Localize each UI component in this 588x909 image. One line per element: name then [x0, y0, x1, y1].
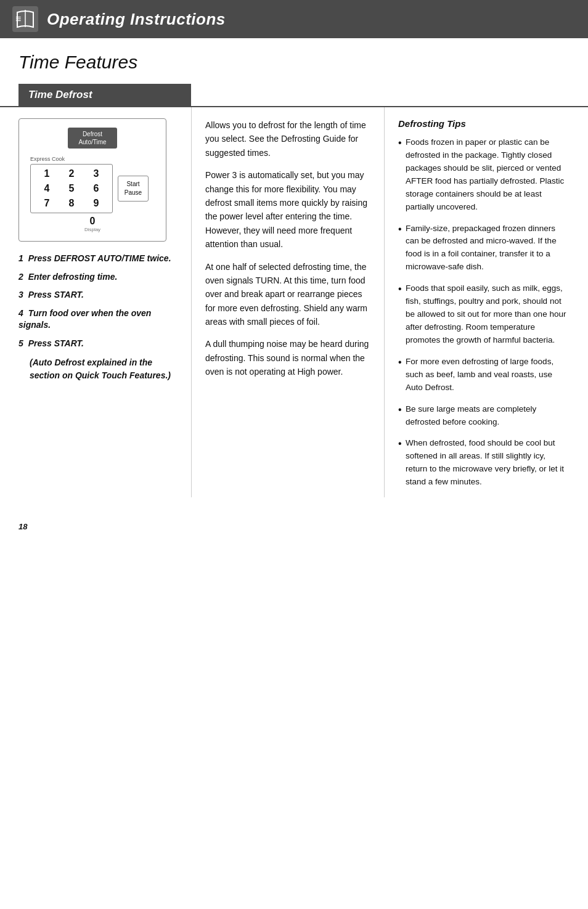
display-label: Display [30, 227, 155, 232]
step-5: 5 Press START. [18, 338, 179, 350]
tips-title: Defrosting Tips [398, 118, 570, 129]
tip-4: For more even defrosting of large foods,… [398, 356, 570, 394]
step-3: 3 Press START. [18, 289, 179, 301]
step-1: 1 Press DEFROST AUTO/TIME twice. [18, 253, 179, 265]
manual-icon: ≡ [12, 6, 38, 32]
step-2: 2 Enter defrosting time. [18, 271, 179, 283]
main-content: Defrost Auto/Time Express Cook 1 2 3 4 5… [0, 106, 588, 516]
keypad-grid: 1 2 3 4 5 6 7 8 9 [30, 164, 113, 213]
key-3: 3 [86, 168, 106, 179]
express-cook-label: Express Cook [30, 156, 155, 162]
key-6: 6 [86, 183, 106, 194]
keypad-illustration: Defrost Auto/Time Express Cook 1 2 3 4 5… [18, 118, 166, 242]
section-title: Time Defrost [18, 84, 191, 106]
tip-2: Family-size, prepackaged frozen dinners … [398, 222, 570, 274]
page-number: 18 [0, 516, 588, 537]
key-4: 4 [37, 183, 57, 194]
key-7: 7 [37, 198, 57, 209]
left-column: Defrost Auto/Time Express Cook 1 2 3 4 5… [18, 107, 191, 497]
note-box: (Auto Defrost explained in the section o… [18, 356, 179, 382]
main-text-3: At one half of selected defrosting time,… [205, 260, 370, 329]
header-title: Operating Instructions [47, 10, 226, 29]
step-4: 4 Turn food over when the oven signals. [18, 308, 179, 332]
main-text-1: Allows you to defrost for the length of … [205, 118, 370, 160]
middle-column: Allows you to defrost for the length of … [191, 107, 385, 497]
keypad-grid-wrap: 1 2 3 4 5 6 7 8 9 Start Pause [30, 164, 155, 213]
defrost-button-illustration: Defrost Auto/Time [68, 128, 117, 149]
tip-3: Foods that spoil easily, such as milk, e… [398, 282, 570, 347]
key-5: 5 [62, 183, 81, 194]
steps-list: 1 Press DEFROST AUTO/TIME twice. 2 Enter… [18, 253, 179, 350]
zero-row: 0 Display [30, 216, 155, 232]
right-column: Defrosting Tips Foods frozen in paper or… [385, 107, 570, 497]
key-1: 1 [37, 168, 57, 179]
main-text-2: Power 3 is automatically set, but you ma… [205, 168, 370, 251]
tips-list: Foods frozen in paper or plastic can be … [398, 136, 570, 489]
page-subtitle: Time Features [0, 38, 588, 84]
main-text-4: A dull thumping noise may be heard durin… [205, 337, 370, 378]
key-0: 0 [90, 216, 96, 226]
key-2: 2 [62, 168, 81, 179]
tip-1: Foods frozen in paper or plastic can be … [398, 136, 570, 214]
tip-5: Be sure large meats are completely defro… [398, 403, 570, 429]
tip-6: When defrosted, food should be cool but … [398, 437, 570, 489]
svg-text:≡: ≡ [15, 14, 21, 24]
page-header: ≡ Operating Instructions [0, 0, 588, 38]
start-pause-button-illustration: Start Pause [118, 176, 149, 202]
key-9: 9 [86, 198, 106, 209]
key-8: 8 [62, 198, 81, 209]
